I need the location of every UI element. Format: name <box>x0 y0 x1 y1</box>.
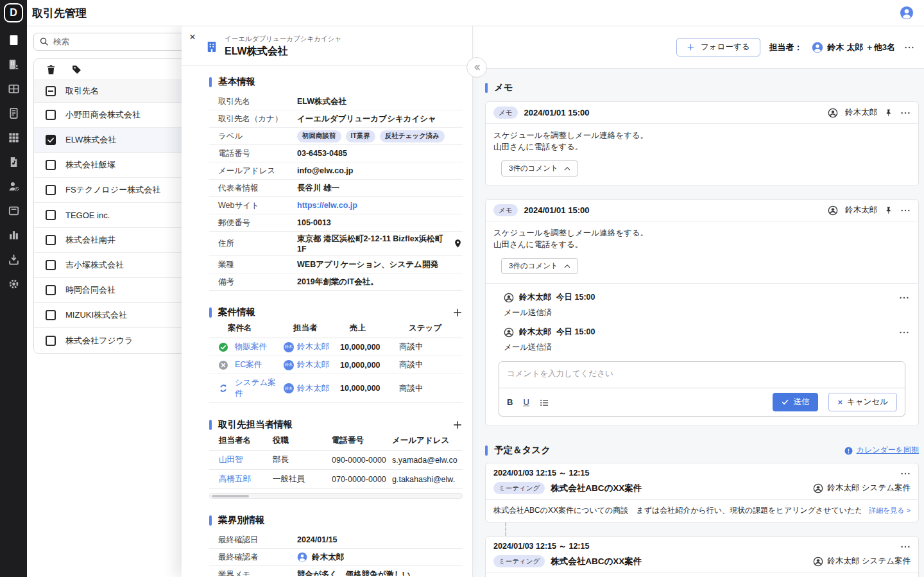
list-toolbar <box>34 59 193 80</box>
account-row[interactable]: TEGOE inc. <box>34 203 193 228</box>
task-body-row: 株式会社ABCのXX案件についての商談 まずは会社紹介から行い、現状の課題をヒア… <box>486 500 918 522</box>
pushpin-icon[interactable] <box>884 206 893 215</box>
nav-accounts-building-icon[interactable] <box>7 33 21 47</box>
memo-author: 鈴木太郎 <box>845 205 877 216</box>
comment-toolbar: B U 送信 × キャンセル <box>499 388 905 416</box>
row-checkbox-checked[interactable] <box>46 135 56 145</box>
scrollbar-thumb[interactable] <box>212 495 249 497</box>
horizontal-scrollbar[interactable] <box>209 493 463 499</box>
deal-name-link[interactable]: システム案件 <box>235 377 284 399</box>
section-bar <box>209 420 212 430</box>
account-row[interactable]: 小野田商会株式会社 <box>34 103 193 128</box>
add-deal-plus-icon[interactable] <box>452 307 463 318</box>
account-row[interactable]: 時岡合同会社 <box>34 278 193 303</box>
app-logo[interactable]: D <box>4 3 23 22</box>
contact-row: 高橋五郎 一般社員 070-0000-0000 g.takahashi@elw. <box>209 470 463 489</box>
section-contacts: 取引先担当者情報 <box>209 418 463 431</box>
bullet-list-icon[interactable] <box>540 398 549 406</box>
deal-name-link[interactable]: EC案件 <box>235 359 284 370</box>
comment-input[interactable] <box>499 362 905 388</box>
nav-file-icon[interactable] <box>7 155 21 169</box>
search-input[interactable] <box>33 33 194 51</box>
more-menu-icon[interactable] <box>900 108 911 117</box>
account-row[interactable]: 株式会社南井 <box>34 228 193 253</box>
field-row: 業種 WEBアプリケーション、システム開発 <box>209 256 463 273</box>
comments-toggle-button[interactable]: 3件のコメント <box>501 258 578 274</box>
row-checkbox[interactable] <box>46 235 56 245</box>
field-row: 取引先名 ELW株式会社 <box>209 93 463 110</box>
deal-row: EC案件 鈴木鈴木太郎 10,000,000 商談中 <box>209 356 463 374</box>
add-contact-plus-icon[interactable] <box>452 420 463 430</box>
account-name: 株式会社南井 <box>65 234 116 246</box>
delete-trash-icon[interactable] <box>46 64 56 75</box>
commenter-avatar-icon <box>504 327 514 338</box>
account-name: ELW株式会社 <box>65 134 116 146</box>
row-checkbox[interactable] <box>46 310 56 320</box>
row-checkbox[interactable] <box>46 185 56 195</box>
nav-table-icon[interactable] <box>7 82 21 96</box>
send-comment-button[interactable]: 送信 <box>773 393 818 411</box>
task-detail-link[interactable]: 詳細を見る > <box>869 506 911 515</box>
follow-button[interactable]: フォローする <box>676 38 760 56</box>
underline-button[interactable]: U <box>523 397 529 407</box>
nav-grid-icon[interactable] <box>7 131 21 144</box>
confirmer-avatar <box>297 552 307 562</box>
field-row-website: Webサイト https://elw.co.jp <box>209 197 463 214</box>
bold-button[interactable]: B <box>507 397 513 407</box>
more-menu-icon[interactable] <box>899 328 909 337</box>
deal-row: システム案件 鈴木鈴木太郎 10,000,000 商談中 <box>209 374 463 403</box>
row-checkbox[interactable] <box>46 285 56 295</box>
field-row: 業界メモ 競合が多く、価格競争が激しい。 <box>209 566 463 576</box>
account-name: TEGOE inc. <box>65 211 110 220</box>
row-checkbox[interactable] <box>46 260 56 270</box>
account-name: MIZUKI株式会社 <box>65 309 127 321</box>
more-menu-icon[interactable] <box>900 542 911 551</box>
row-checkbox[interactable] <box>46 210 56 220</box>
pushpin-icon[interactable] <box>884 108 893 117</box>
owner-link[interactable]: 鈴木太郎 <box>297 359 329 370</box>
nav-contacts-building-user-icon[interactable] <box>7 58 21 71</box>
section-deals: 案件情報 <box>209 306 463 318</box>
more-menu-icon[interactable] <box>900 206 911 215</box>
nav-report-chart-icon[interactable] <box>7 228 21 242</box>
row-checkbox[interactable] <box>46 160 56 170</box>
topbar-add-icon[interactable] <box>877 6 889 19</box>
account-row[interactable]: FSテクノロジー株式会社 <box>34 178 193 203</box>
account-row[interactable]: 吉小塚株式会社 <box>34 253 193 278</box>
nav-download-icon[interactable] <box>7 253 21 266</box>
nav-calculator-icon[interactable] <box>7 107 21 120</box>
more-menu-icon[interactable] <box>900 469 911 478</box>
account-row-selected[interactable]: ELW株式会社 <box>34 128 193 153</box>
more-menu-icon[interactable] <box>899 293 909 302</box>
owner-link[interactable]: 鈴木太郎 <box>297 341 329 352</box>
select-all-checkbox[interactable] <box>46 86 56 96</box>
owner-label: 担当者： <box>769 42 803 53</box>
nav-book-icon[interactable] <box>7 204 21 218</box>
memo-datetime: 2024/01/01 15:00 <box>524 108 590 117</box>
contact-name-link[interactable]: 山田智 <box>219 454 273 465</box>
account-row[interactable]: 株式会社飯塚 <box>34 153 193 178</box>
status-success-icon <box>218 342 228 352</box>
owner-link[interactable]: 鈴木太郎 <box>297 383 329 394</box>
calendar-sync-link[interactable]: カレンダーを同期 <box>857 445 919 456</box>
timeline-connector <box>505 522 919 536</box>
topbar-user-avatar[interactable] <box>900 6 914 20</box>
account-row[interactable]: MIZUKI株式会社 <box>34 303 193 328</box>
website-link[interactable]: https://elw.co.jp <box>297 201 463 210</box>
close-icon[interactable]: × <box>187 31 198 43</box>
task-title: 株式会社ABCのXX案件 <box>551 556 642 567</box>
contact-name-link[interactable]: 高橋五郎 <box>219 474 273 485</box>
task-datetime-row: 2024/01/03 12:15 ～ 12:15 <box>486 537 918 552</box>
deal-name-link[interactable]: 物販案件 <box>235 341 284 352</box>
comments-toggle-button[interactable]: 3件のコメント <box>501 160 578 177</box>
label-tag-icon[interactable] <box>71 64 82 75</box>
row-checkbox[interactable] <box>46 336 56 346</box>
cancel-comment-button[interactable]: × キャンセル <box>828 393 897 411</box>
nav-user-settings-icon[interactable] <box>7 180 21 193</box>
account-name: 時岡合同会社 <box>65 284 116 296</box>
account-row[interactable]: 株式会社フジウラ <box>34 328 193 353</box>
nav-settings-gear-icon[interactable] <box>7 277 21 291</box>
row-checkbox[interactable] <box>46 110 56 120</box>
map-pin-icon[interactable] <box>453 239 463 248</box>
collapse-panel-button[interactable] <box>466 57 487 78</box>
